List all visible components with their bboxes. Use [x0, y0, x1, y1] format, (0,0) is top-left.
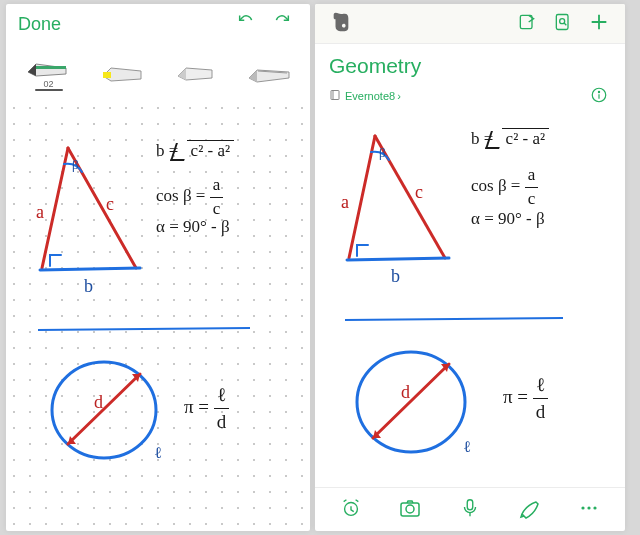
diam-v: d	[401, 380, 410, 404]
tool-palette: 02	[6, 44, 310, 100]
evernote-icon	[330, 11, 352, 37]
eq1-v: b = c² - a²	[471, 128, 549, 151]
search-note-button[interactable]	[545, 6, 581, 42]
plus-icon	[588, 11, 610, 37]
svg-line-12	[40, 268, 140, 270]
diameter-label: d	[94, 390, 103, 414]
notebook-link[interactable]: Evernote8	[345, 90, 395, 102]
svg-rect-2	[36, 66, 66, 69]
side-c-v: c	[415, 180, 423, 204]
camera-button[interactable]	[392, 492, 428, 528]
side-a-label: a	[36, 200, 44, 224]
side-c-label: c	[106, 192, 114, 216]
viewer-header	[315, 4, 625, 44]
more-icon	[577, 496, 601, 524]
svg-rect-24	[331, 91, 339, 100]
cutter-icon	[245, 56, 291, 84]
svg-rect-18	[520, 15, 532, 28]
redo-icon	[270, 11, 292, 37]
info-button[interactable]	[587, 84, 611, 108]
tool-pencil[interactable]: 02	[17, 47, 81, 93]
redo-button[interactable]	[264, 7, 298, 41]
note-search-icon	[553, 12, 573, 36]
editor-header: Done	[6, 4, 310, 44]
side-b-label: b	[84, 274, 93, 298]
camera-icon	[398, 496, 422, 524]
viewer-screen: Geometry Evernote8 ›	[315, 4, 625, 531]
breadcrumb: Evernote8 ›	[315, 80, 625, 118]
highlighter-icon	[99, 56, 145, 84]
sketch-button[interactable]	[512, 492, 548, 528]
svg-point-42	[582, 506, 585, 509]
perim-v: ℓ	[463, 436, 471, 458]
reminder-button[interactable]	[333, 492, 369, 528]
undo-button[interactable]	[230, 7, 264, 41]
eq1: b = c² - a²	[156, 140, 234, 163]
eq-pi-v: π = ℓd	[503, 372, 548, 424]
microphone-button[interactable]	[452, 492, 488, 528]
mic-icon	[459, 497, 481, 523]
side-b-v: b	[391, 264, 400, 288]
done-button[interactable]: Done	[18, 14, 61, 35]
svg-rect-40	[467, 499, 473, 509]
svg-point-39	[406, 505, 414, 513]
eq-pi: π = ℓd	[184, 382, 229, 434]
more-button[interactable]	[571, 492, 607, 528]
svg-point-43	[588, 506, 591, 509]
undo-icon	[236, 11, 258, 37]
svg-rect-4	[103, 72, 111, 78]
svg-line-32	[345, 318, 563, 320]
eq3-v: α = 90° - β	[471, 208, 545, 231]
svg-point-44	[594, 506, 597, 509]
new-note-button[interactable]	[581, 6, 617, 42]
tool-highlighter[interactable]	[90, 47, 154, 93]
side-a-v: a	[341, 190, 349, 214]
svg-point-28	[598, 91, 599, 92]
tool-pencil-label: 02	[43, 79, 53, 89]
perimeter-label: ℓ	[154, 442, 162, 464]
editor-canvas[interactable]: β a c b b = c² - a² cos β = ac α = 90° -…	[6, 100, 310, 531]
svg-line-13	[38, 328, 250, 330]
info-icon	[590, 86, 608, 106]
share-icon	[517, 12, 537, 36]
svg-line-15	[68, 374, 140, 444]
share-button[interactable]	[509, 6, 545, 42]
viewer-toolbar	[315, 487, 625, 531]
angle-label: β	[72, 156, 79, 174]
svg-line-21	[564, 22, 567, 25]
eq2-v: cos β = ac	[471, 164, 538, 211]
eraser-icon	[172, 56, 218, 84]
tool-eraser[interactable]	[163, 47, 227, 93]
eq2: cos β = ac	[156, 174, 223, 221]
sketch	[6, 100, 310, 531]
svg-line-10	[42, 148, 68, 268]
tool-cutter[interactable]	[236, 47, 300, 93]
notebook-icon	[329, 89, 341, 103]
eq3: α = 90° - β	[156, 216, 230, 239]
svg-line-34	[373, 364, 449, 438]
alarm-icon	[340, 497, 362, 523]
angle-label-v: β	[379, 144, 386, 162]
app-logo[interactable]	[323, 6, 359, 42]
editor-screen: Done 0	[6, 4, 310, 531]
pen-icon	[518, 496, 542, 524]
svg-line-31	[347, 258, 449, 260]
pencil-icon	[26, 52, 72, 80]
note-body[interactable]: β a c b b = c² - a² cos β = ac α = 90° -…	[315, 118, 625, 494]
note-title[interactable]: Geometry	[315, 44, 625, 80]
svg-rect-19	[556, 14, 568, 29]
svg-line-29	[349, 136, 375, 258]
chevron-right-icon: ›	[397, 90, 401, 102]
